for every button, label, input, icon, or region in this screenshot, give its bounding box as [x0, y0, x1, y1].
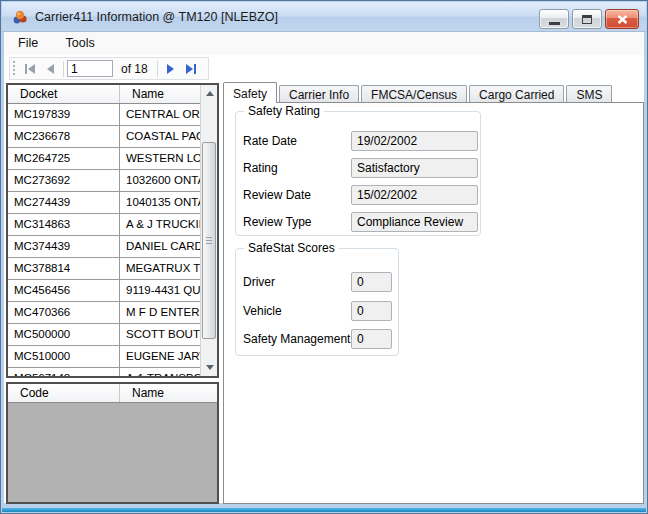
name-column-header[interactable]: Name [120, 384, 217, 402]
table-row[interactable]: MC236678COASTAL PACI... [8, 126, 200, 148]
docket-cell[interactable]: MC374439 [8, 236, 120, 258]
code-table: Code Name [6, 382, 219, 504]
vehicle-label: Vehicle [243, 304, 282, 318]
toolbar-grip-handle[interactable] [12, 61, 17, 77]
scroll-up-button[interactable] [201, 85, 218, 102]
table-row[interactable]: MC197839CENTRAL ORE... [8, 104, 200, 126]
titlebar[interactable]: Carrier411 Information @ TM120 [NLEBZO] [2, 2, 646, 32]
name-cell[interactable]: 9119-4431 QU... [120, 280, 200, 302]
docket-cell[interactable]: MC456456 [8, 280, 120, 302]
docket-column-header[interactable]: Docket [8, 85, 120, 103]
tab-cargo-carried[interactable]: Cargo Carried [469, 85, 564, 103]
table-row[interactable]: MC378814MEGATRUX TR... [8, 258, 200, 280]
table-row[interactable]: MC264725WESTERN LOGI... [8, 148, 200, 170]
name-cell[interactable]: M F D ENTERP... [120, 302, 200, 324]
name-cell[interactable]: EUGENE JARVIS [120, 346, 200, 368]
table-row[interactable]: MC510000EUGENE JARVIS [8, 346, 200, 368]
scrollbar-thumb[interactable] [202, 142, 216, 339]
arrow-up-icon [206, 91, 214, 96]
next-record-button[interactable] [161, 59, 181, 78]
table-row[interactable]: MC470366M F D ENTERP... [8, 302, 200, 324]
record-position-input[interactable] [67, 60, 113, 77]
name-cell[interactable]: 1040135 ONTA... [120, 192, 200, 214]
docket-cell[interactable]: MC378814 [8, 258, 120, 280]
arrow-down-icon [206, 365, 214, 370]
rating-field[interactable] [351, 158, 478, 178]
docket-cell[interactable]: MC264725 [8, 148, 120, 170]
app-icon [12, 9, 29, 26]
name-cell[interactable]: A-1 TRANSPOR... [120, 368, 200, 376]
name-cell[interactable]: A & J TRUCKIN... [120, 214, 200, 236]
first-record-button[interactable] [20, 59, 40, 78]
docket-cell[interactable]: MC500000 [8, 324, 120, 346]
menu-file[interactable]: File [9, 32, 47, 50]
window-title: Carrier411 Information @ TM120 [NLEBZO] [35, 10, 278, 24]
driver-score-field[interactable] [351, 272, 392, 292]
docket-cell[interactable]: MC236678 [8, 126, 120, 148]
close-button[interactable] [605, 9, 639, 29]
name-cell[interactable]: SCOTT BOUTON [120, 324, 200, 346]
previous-record-icon [45, 64, 55, 74]
vertical-scrollbar[interactable] [200, 85, 217, 376]
name-cell[interactable]: CENTRAL ORE... [120, 104, 200, 126]
name-cell[interactable]: 1032600 ONTA... [120, 170, 200, 192]
code-column-header[interactable]: Code [8, 384, 120, 402]
maximize-icon [582, 15, 592, 24]
scroll-down-button[interactable] [201, 359, 218, 376]
name-cell[interactable]: MEGATRUX TR... [120, 258, 200, 280]
toolbar-separator [157, 61, 158, 77]
app-window: Carrier411 Information @ TM120 [NLEBZO] … [0, 0, 648, 514]
window-bottom-edge [2, 508, 646, 512]
close-icon [617, 15, 628, 24]
docket-cell[interactable]: MC273692 [8, 170, 120, 192]
docket-cell[interactable]: MC274439 [8, 192, 120, 214]
docket-cell[interactable]: MC567148 [8, 368, 120, 376]
rate-date-label: Rate Date [243, 134, 297, 148]
tab-fmcsa-census[interactable]: FMCSA/Census [361, 85, 467, 103]
table-row-partial[interactable]: MC567148A-1 TRANSPOR... [8, 368, 200, 376]
docket-table-rows: MC197839CENTRAL ORE... MC236678COASTAL P… [8, 104, 200, 376]
minimize-icon [549, 22, 560, 25]
table-row[interactable]: MC2744391040135 ONTA... [8, 192, 200, 214]
review-date-field[interactable] [351, 185, 478, 205]
table-row[interactable]: MC2736921032600 ONTA... [8, 170, 200, 192]
review-type-label: Review Type [243, 215, 311, 229]
tab-carrier-info[interactable]: Carrier Info [279, 85, 359, 103]
driver-label: Driver [243, 275, 275, 289]
safety-management-score-field[interactable] [351, 329, 392, 349]
vehicle-score-field[interactable] [351, 301, 392, 321]
client-area: File Tools of 18 [4, 32, 644, 503]
name-cell[interactable]: WESTERN LOGI... [120, 148, 200, 170]
review-date-label: Review Date [243, 188, 311, 202]
table-row[interactable]: MC314863A & J TRUCKIN... [8, 214, 200, 236]
docket-cell[interactable]: MC470366 [8, 302, 120, 324]
groupbox-title: Safety Rating [244, 104, 324, 118]
previous-record-button[interactable] [40, 59, 60, 78]
first-record-icon [24, 64, 36, 74]
docket-cell[interactable]: MC510000 [8, 346, 120, 368]
tab-safety[interactable]: Safety [223, 82, 277, 103]
menu-tools[interactable]: Tools [57, 32, 104, 50]
last-record-button[interactable] [181, 59, 201, 78]
docket-cell[interactable]: MC314863 [8, 214, 120, 236]
safety-management-label: Safety Management [243, 332, 350, 346]
name-cell[interactable]: DANIEL CARDO... [120, 236, 200, 258]
record-count-label: of 18 [121, 62, 148, 76]
maximize-button[interactable] [572, 9, 602, 29]
table-row[interactable]: MC500000SCOTT BOUTON [8, 324, 200, 346]
review-type-field[interactable] [351, 212, 478, 232]
safestat-scores-groupbox: SafeStat Scores Driver Vehicle Safety Ma… [235, 248, 399, 356]
code-table-header: Code Name [8, 384, 217, 403]
minimize-button[interactable] [539, 9, 569, 29]
name-cell[interactable]: COASTAL PACI... [120, 126, 200, 148]
rate-date-field[interactable] [351, 131, 478, 151]
table-row[interactable]: MC374439DANIEL CARDO... [8, 236, 200, 258]
docket-cell[interactable]: MC197839 [8, 104, 120, 126]
docket-table-header: Docket Name [8, 85, 217, 104]
next-record-icon [166, 64, 176, 74]
table-row[interactable]: MC4564569119-4431 QU... [8, 280, 200, 302]
tab-strip: Safety Carrier Info FMCSA/Census Cargo C… [223, 83, 614, 103]
rating-label: Rating [243, 161, 278, 175]
tab-sms[interactable]: SMS [566, 85, 612, 103]
safety-rating-groupbox: Safety Rating Rate Date Rating Review Da… [235, 111, 481, 236]
